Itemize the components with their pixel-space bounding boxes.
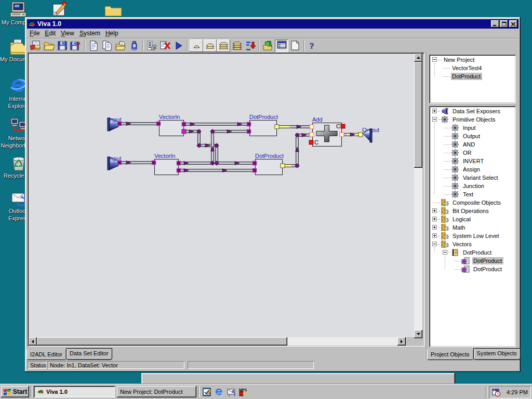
tree-item-label[interactable]: Bit Operations <box>451 207 490 215</box>
menu-edit[interactable]: Edit <box>42 29 58 38</box>
tree-item-or[interactable]: OR <box>430 149 515 157</box>
scheduler-tray-icon[interactable]: 38 <box>492 388 501 397</box>
toolbar-copysheet-button[interactable] <box>100 39 114 52</box>
wire-gray[interactable] <box>185 131 254 163</box>
tree-item-label[interactable]: Input <box>462 124 477 131</box>
toolbar-disc4-button[interactable] <box>230 39 244 52</box>
tree-item-label[interactable]: DotProduct <box>472 265 503 273</box>
connector-yelpink[interactable] <box>340 132 344 137</box>
tree-item-dotproduct[interactable]: DotProduct <box>430 248 515 257</box>
connector-red[interactable] <box>309 140 313 144</box>
connector-purple[interactable] <box>156 122 161 126</box>
toolbar-disc3-button[interactable] <box>217 39 230 52</box>
tree-item-invert[interactable]: INVERT <box>430 157 515 165</box>
connector-purple[interactable] <box>247 129 251 134</box>
toolbar-clamp-button[interactable] <box>127 39 141 52</box>
tree-minus-box[interactable] <box>443 250 447 255</box>
wire-outline[interactable] <box>291 135 311 166</box>
tree-item-label[interactable]: DotProduct <box>462 249 493 256</box>
panel-tab-project-objects[interactable]: Project Objects <box>427 350 473 360</box>
connector-yellow[interactable] <box>358 132 363 137</box>
tree-item-input[interactable]: Input <box>430 124 515 132</box>
tree-item-data-set-exposers[interactable]: Data Set Exposers <box>430 107 515 115</box>
tree-item-label[interactable]: Assign <box>462 166 482 173</box>
scroll-down-button[interactable] <box>414 330 422 338</box>
connector-purple[interactable] <box>247 122 251 126</box>
start-button[interactable]: Start <box>1 386 29 397</box>
connector-purple[interactable] <box>252 161 257 165</box>
connector-purple[interactable] <box>252 168 257 172</box>
tree-plus-box[interactable] <box>432 233 437 238</box>
connector-magenta[interactable] <box>182 129 186 134</box>
toolbar-save-button[interactable] <box>56 39 69 52</box>
quicklaunch-qie-icon[interactable] <box>215 388 223 396</box>
tree-item-and[interactable]: AND <box>430 140 515 149</box>
tree-plus-box[interactable] <box>432 208 437 213</box>
connector-purple[interactable] <box>117 161 122 165</box>
toolbar-listarrow-button[interactable] <box>244 39 257 52</box>
tree-item-output[interactable]: Output <box>430 132 515 140</box>
toolbar-folderdoc-button[interactable] <box>114 39 127 52</box>
connector-yellow[interactable] <box>281 164 285 168</box>
tree-item-label[interactable]: Junction <box>462 182 486 190</box>
connector-purple[interactable] <box>182 122 186 126</box>
close-button[interactable] <box>509 20 517 28</box>
scroll-right-button[interactable] <box>397 337 406 345</box>
toolbar-buildlist-button[interactable] <box>145 39 158 52</box>
node-dotproduct[interactable] <box>250 121 277 136</box>
connector-purple[interactable] <box>152 161 156 165</box>
tree-item-assign[interactable]: Assign <box>430 165 515 174</box>
editor-tab-data-set-editor[interactable]: Data Set Editor <box>66 348 112 360</box>
toolbar-disc1-button[interactable] <box>190 39 203 52</box>
toolbar-newproj-button[interactable] <box>29 39 42 52</box>
tree-item-label[interactable]: Text <box>462 191 475 198</box>
tree-item-bit-operations[interactable]: Bit Operations <box>430 207 515 215</box>
canvas-hscrollbar[interactable] <box>29 337 414 345</box>
tree-item-label[interactable]: Math <box>451 224 467 231</box>
tree-item-new-project[interactable]: New Project <box>430 56 515 64</box>
tree-item-text[interactable]: Text <box>430 190 515 198</box>
tree-item-label[interactable]: DotProduct <box>451 73 482 80</box>
tree-item-label[interactable]: Logical <box>451 216 472 223</box>
quicklaunch-qmail-icon[interactable] <box>227 388 235 396</box>
toolbar-open-button[interactable] <box>42 39 56 52</box>
task-button-new-project-dotproduct[interactable]: New Project: DotProduct <box>117 386 196 397</box>
quicklaunch-qapp-icon[interactable]: MPSG <box>238 388 247 396</box>
menu-help[interactable]: Help <box>103 29 121 38</box>
toolbar-pagecorner-button[interactable] <box>288 39 302 52</box>
tree-item-math[interactable]: Math <box>430 223 515 232</box>
tree-item-dotproduct[interactable]: DotProduct <box>430 72 515 81</box>
background-window-strip[interactable] <box>141 373 455 384</box>
toolbar-buildx-button[interactable] <box>158 39 172 52</box>
connector-yelpink[interactable] <box>310 125 314 129</box>
minimize-button[interactable] <box>491 20 499 28</box>
tree-item-label[interactable]: INVERT <box>462 157 485 165</box>
connector-purple[interactable] <box>177 168 181 172</box>
tree-item-label[interactable]: Primitive Objects <box>451 116 497 123</box>
title-bar[interactable]: Viva 1.0 <box>27 19 518 29</box>
tree-item-dotproduct[interactable]: DotProduct <box>430 265 515 273</box>
desktop-icon-top-folder[interactable] <box>95 4 132 17</box>
tree-item-vectortest4[interactable]: VectorTest4 <box>430 64 515 72</box>
tree-minus-box[interactable] <box>432 57 437 62</box>
menu-system[interactable]: System <box>77 29 103 38</box>
tree-plus-box[interactable] <box>432 225 437 230</box>
connector-red[interactable] <box>341 124 345 128</box>
connector-purple[interactable] <box>177 161 181 165</box>
editor-tab-i2adl-editor[interactable]: I2ADL Editor <box>26 350 66 360</box>
tree-plus-box[interactable] <box>432 217 437 221</box>
tree-minus-box[interactable] <box>432 242 437 246</box>
tree-plus-box[interactable] <box>432 109 437 113</box>
toolbar-disc2-button[interactable] <box>203 39 217 52</box>
toolbar-newsheet-button[interactable] <box>87 39 100 52</box>
panel-tab-system-objects[interactable]: System Objects <box>473 348 521 360</box>
wire-gray[interactable] <box>291 135 311 166</box>
toolbar-help-button[interactable]: ? <box>306 39 320 52</box>
connector-yellow[interactable] <box>275 125 279 129</box>
maximize-button[interactable] <box>500 20 508 28</box>
wire-outline[interactable] <box>180 131 248 163</box>
tree-item-label[interactable]: DotProduct <box>472 257 503 264</box>
tree-item-label[interactable]: OR <box>462 149 473 156</box>
toolbar-monitor-button[interactable] <box>275 39 288 52</box>
node-dotproduct[interactable] <box>256 159 283 175</box>
